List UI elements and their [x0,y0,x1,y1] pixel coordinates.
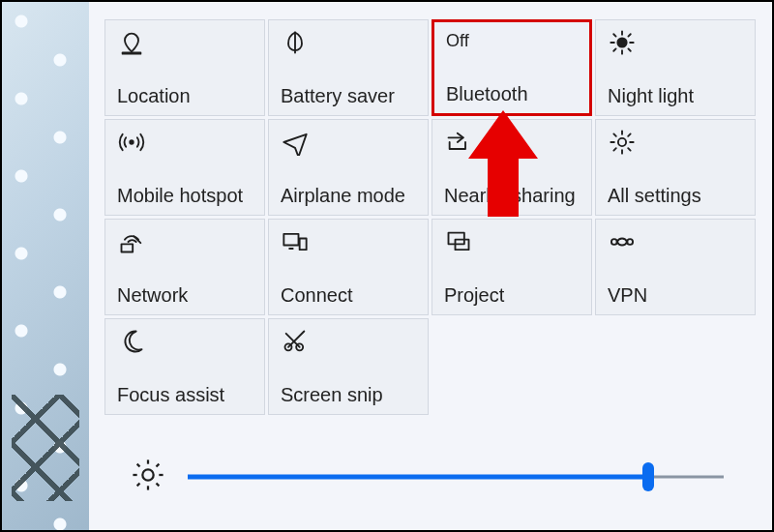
brightness-row [104,458,762,522]
svg-rect-12 [122,244,134,251]
slider-thumb[interactable] [642,462,654,491]
connect-icon [281,227,310,256]
svg-rect-14 [283,234,298,246]
tile-status: Off [446,32,580,49]
tile-battery-saver[interactable]: Battery saver [268,19,429,116]
svg-point-10 [130,140,134,144]
svg-line-6 [613,34,615,36]
tile-label: Project [444,284,581,307]
tile-screen-snip[interactable]: Screen snip [268,318,429,415]
tile-label: Bluetooth [446,83,580,105]
tile-network[interactable]: Network [104,219,265,315]
svg-line-28 [137,464,140,467]
tile-airplane-mode[interactable]: Airplane mode [268,119,429,216]
tile-label: All settings [608,185,745,207]
share-icon [444,128,473,157]
quick-action-grid: Location Battery saver Off Bluetooth Nig… [104,19,762,415]
location-icon [117,28,146,57]
tile-mobile-hotspot[interactable]: Mobile hotspot [104,119,265,216]
svg-rect-15 [300,239,307,251]
gear-icon [608,128,637,157]
slider-fill [188,475,648,480]
tile-label: Screen snip [281,384,418,406]
hotspot-icon [117,128,146,157]
tile-label: Mobile hotspot [117,185,254,207]
tile-location[interactable]: Location [104,19,265,116]
svg-line-29 [157,484,160,487]
tile-night-light[interactable]: Night light [595,19,756,116]
svg-line-8 [613,48,615,50]
tile-label: Airplane mode [281,185,418,207]
brightness-slider[interactable] [188,467,724,487]
tile-focus-assist[interactable]: Focus assist [104,318,265,415]
tile-label: Focus assist [117,384,254,406]
tile-all-settings[interactable]: All settings [595,119,756,216]
tile-label: Network [117,284,254,307]
svg-point-11 [618,138,626,146]
tile-label: Battery saver [281,85,418,107]
night-light-icon [608,28,637,57]
tile-label: Location [117,85,254,107]
tile-vpn[interactable]: VPN [595,219,756,315]
tile-bluetooth[interactable]: Off Bluetooth [432,19,592,116]
tile-connect[interactable]: Connect [268,219,429,315]
tile-label: Night light [608,85,745,107]
snip-icon [281,327,310,356]
vpn-icon [608,227,637,256]
tile-label: VPN [608,284,745,307]
svg-point-23 [142,469,153,480]
brightness-icon [132,458,164,495]
moon-icon [117,327,146,356]
project-icon [444,227,473,256]
leaf-icon [281,28,310,57]
svg-line-31 [157,464,160,467]
svg-rect-17 [449,233,464,245]
action-center-panel: Location Battery saver Off Bluetooth Nig… [89,2,772,530]
desktop-background-strip [2,2,89,530]
svg-line-30 [137,484,140,487]
tile-label: Nearby sharing [444,185,581,207]
airplane-icon [281,128,310,157]
tile-label: Connect [281,284,418,307]
network-icon [117,227,146,256]
svg-point-1 [617,38,626,46]
svg-line-9 [628,34,630,36]
tile-nearby-sharing[interactable]: Nearby sharing [432,119,592,216]
svg-line-7 [628,48,630,50]
svg-rect-0 [123,53,141,54]
tile-project[interactable]: Project [432,219,592,315]
